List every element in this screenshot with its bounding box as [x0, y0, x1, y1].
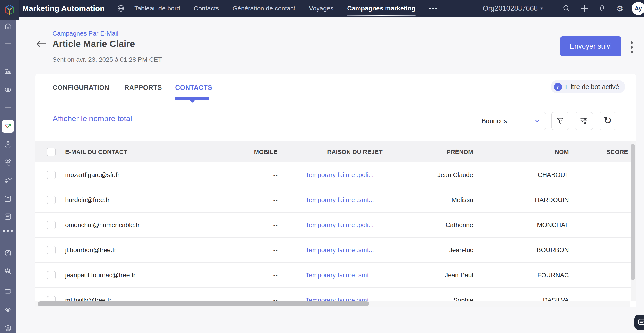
filter-button[interactable] [551, 112, 569, 130]
row-checkbox[interactable] [47, 246, 56, 254]
bot-filter-badge: i Filtre de bot activé [551, 80, 625, 94]
sidebar-item-commerce[interactable] [0, 287, 16, 296]
chat-help-button[interactable] [634, 315, 644, 330]
main-content: Campagnes Par E-Mail Article Marie Clair… [16, 17, 644, 333]
cell-email: jeanpaul.fournac@free.fr [65, 262, 136, 288]
form-icon [4, 195, 12, 203]
hexagon-user-icon [4, 324, 12, 332]
column-header-mobile[interactable]: MOBILE [209, 142, 278, 162]
tab-configuration[interactable]: CONFIGURATION [52, 84, 109, 91]
sidebar-item-marketing-automation-active[interactable] [2, 120, 14, 132]
column-header-prenom[interactable]: PRÉNOM [405, 142, 473, 162]
nav-voyages[interactable]: Voyages [309, 0, 334, 17]
filter-funnel-icon [556, 117, 564, 125]
marketing-automation-logo-icon [4, 4, 15, 16]
search-icon[interactable] [562, 4, 571, 12]
link-rings-icon [4, 86, 12, 94]
wallet-icon [4, 287, 12, 296]
info-icon[interactable]: i [554, 83, 562, 91]
user-avatar[interactable]: Ay [632, 2, 644, 15]
nav-generation-de-contact[interactable]: Génération de contact [232, 0, 295, 17]
cell-email: ml.bailly@free.fr [65, 288, 111, 301]
envoyer-suivi-button[interactable]: Envoyer suivi [560, 36, 621, 56]
row-checkbox[interactable] [47, 170, 56, 179]
nav-tableau-de-bord[interactable]: Tableau de bord [134, 0, 180, 17]
table-row-partial[interactable]: ml.bailly@free.fr -- Temporary failure :… [35, 288, 636, 301]
table-row[interactable]: jl.bourbon@free.fr -- Temporary failure … [35, 238, 636, 262]
org-selector[interactable]: Org20102887668 ▾ [483, 0, 543, 17]
notifications-bell-icon[interactable] [598, 4, 606, 12]
row-checkbox[interactable] [47, 271, 56, 280]
table-row[interactable]: omonchal@numericable.fr -- Temporary fai… [35, 212, 636, 238]
sidebar-item-forms[interactable] [0, 195, 16, 203]
cell-reason-link[interactable]: Temporary failure :smt... [306, 238, 374, 262]
more-actions-kebab-icon[interactable] [630, 40, 634, 54]
refresh-icon: ↻ [604, 116, 612, 126]
document-signature-icon [4, 212, 12, 221]
sidebar-item-account[interactable] [0, 324, 16, 332]
bot-filter-label: Filtre de bot activé [565, 83, 619, 91]
bounces-dropdown[interactable]: Bounces [474, 112, 546, 130]
chat-icon [637, 318, 644, 327]
cell-reason-link[interactable]: Temporary failure :smt... [306, 288, 374, 301]
sidebar-item-contact-book[interactable] [0, 249, 16, 257]
tab-contacts[interactable]: CONTACTS [175, 84, 212, 91]
row-checkbox[interactable] [47, 196, 56, 204]
nav-campagnes-marketing[interactable]: Campagnes marketing [347, 0, 415, 17]
row-checkbox[interactable] [47, 221, 56, 229]
sidebar-item-lookup[interactable] [0, 267, 16, 275]
sidebar-item-email-campaigns[interactable] [0, 176, 16, 185]
contacts-folder-icon [4, 67, 12, 76]
chevron-down-icon: ▾ [540, 6, 543, 12]
show-total-link[interactable]: Afficher le nombre total [52, 114, 132, 123]
row-checkbox[interactable] [47, 296, 56, 301]
cell-reason-link[interactable]: Temporary failure :smt... [306, 262, 374, 288]
table-toolbar: Afficher le nombre total Bounces ↻ [35, 101, 636, 142]
sidebar-item-more[interactable] [0, 230, 16, 232]
customize-columns-button[interactable] [575, 112, 593, 130]
chevron-down-icon [535, 119, 540, 122]
sidebar-item-contacts-folder[interactable] [0, 67, 16, 76]
sidebar-item-processes[interactable] [0, 158, 16, 166]
app-logo[interactable] [0, 0, 19, 20]
cell-last-name: BOURBON [500, 238, 569, 262]
column-header-raison[interactable]: RAISON DU REJET [327, 142, 382, 162]
column-header-score[interactable]: SCORE [582, 142, 628, 162]
settings-gear-icon[interactable]: ⚙ [616, 4, 624, 12]
vertical-scrollbar-thumb[interactable] [631, 144, 635, 280]
sidebar-item-journeys[interactable] [0, 140, 16, 148]
horizontal-scrollbar[interactable] [35, 301, 630, 307]
table-row[interactable]: hardoin@free.fr -- Temporary failure :sm… [35, 188, 636, 212]
topbar-actions: ⚙ [562, 0, 624, 17]
column-header-email[interactable]: E-MAIL DU CONTACT [65, 142, 127, 162]
cell-last-name: DASILVA [500, 288, 569, 301]
bubbles-icon [4, 158, 12, 166]
column-header-nom[interactable]: NOM [500, 142, 569, 162]
app-title: Marketing Automation [22, 4, 105, 13]
cell-mobile: -- [209, 162, 278, 187]
vertical-scrollbar[interactable] [630, 142, 636, 301]
cell-score [582, 162, 628, 187]
frozen-column-divider [195, 142, 195, 301]
globe-icon[interactable] [117, 4, 125, 12]
cell-mobile: -- [209, 188, 278, 212]
select-all-checkbox[interactable] [47, 148, 56, 156]
cell-reason-link[interactable]: Temporary failure :poli... [306, 212, 374, 237]
sidebar-item-tags[interactable] [0, 306, 16, 314]
cell-reason-link[interactable]: Temporary failure :smt... [306, 188, 374, 212]
add-icon[interactable] [580, 4, 588, 12]
table-row[interactable]: jeanpaul.fournac@free.fr -- Temporary fa… [35, 262, 636, 288]
table-row[interactable]: mozartfigaro@sfr.fr -- Temporary failure… [35, 162, 636, 188]
cell-reason-link[interactable]: Temporary failure :poli... [306, 162, 374, 187]
horizontal-scrollbar-thumb[interactable] [38, 301, 369, 306]
breadcrumb-campagnes-par-email[interactable]: Campagnes Par E-Mail [52, 30, 118, 37]
back-arrow-icon[interactable] [36, 40, 47, 48]
tab-rapports[interactable]: RAPPORTS [124, 84, 162, 91]
sidebar-item-signup-pages[interactable] [0, 212, 16, 221]
refresh-button[interactable]: ↻ [599, 112, 616, 130]
sidebar-item-crm-link[interactable] [0, 86, 16, 94]
nav-contacts[interactable]: Contacts [194, 0, 219, 17]
nav-more-icon[interactable]: ••• [429, 0, 438, 17]
sidebar-item-home[interactable] [0, 22, 16, 30]
cell-first-name: Jean Paul [405, 262, 473, 288]
